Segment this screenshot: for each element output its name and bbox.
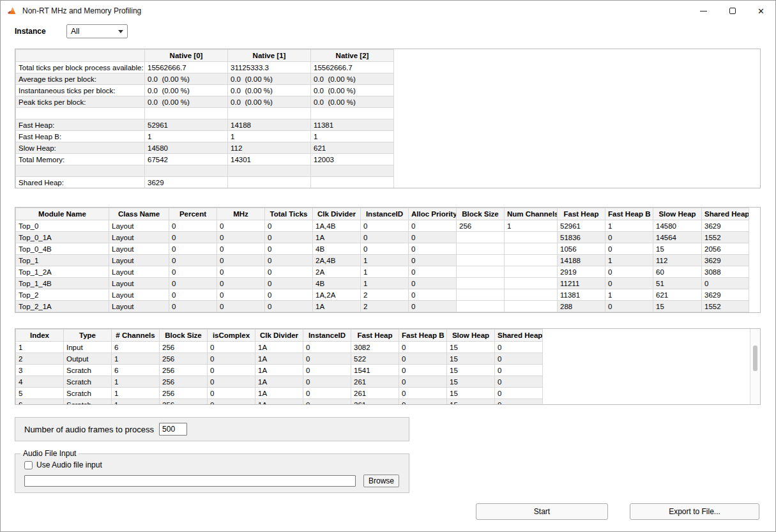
table-row[interactable]: Top_1Layout0002A,4B101418811123629	[16, 255, 749, 266]
table-cell[interactable]: 0.0 (0.00 %)	[145, 96, 228, 108]
table-cell[interactable]: Top_1	[16, 255, 109, 266]
table-row[interactable]: 3Scratch625601A015410150	[16, 365, 543, 376]
table-cell[interactable]: 0	[208, 376, 255, 388]
table-cell[interactable]: Layout	[109, 232, 169, 243]
table-cell[interactable]: 0	[495, 342, 543, 353]
table-cell[interactable]: 3088	[702, 266, 749, 278]
table-cell[interactable]: Top_1_2A	[16, 266, 109, 278]
table-cell[interactable]: Average ticks per block:	[16, 73, 145, 85]
table-cell[interactable]	[505, 278, 558, 289]
table-cell[interactable]	[505, 232, 558, 243]
table-cell[interactable]: Top_0	[16, 220, 109, 232]
table-row[interactable]	[16, 165, 394, 177]
table-cell[interactable]: 256	[160, 388, 208, 399]
table-row[interactable]: Instantaneous ticks per block:0.0 (0.00 …	[16, 85, 394, 96]
table-cell[interactable]: 0	[217, 243, 265, 255]
table-cell[interactable]: 67542	[145, 154, 228, 165]
table-cell[interactable]: 0	[265, 220, 313, 232]
table-cell[interactable]: 15	[653, 243, 702, 255]
export-button[interactable]: Export to File...	[630, 503, 759, 520]
table-cell[interactable]: Top_0_4B	[16, 243, 109, 255]
table-cell[interactable]	[457, 289, 505, 301]
table-cell[interactable]	[228, 165, 311, 177]
table-cell[interactable]: 1A	[255, 365, 303, 376]
table-cell[interactable]: 256	[160, 342, 208, 353]
table-cell[interactable]: 12003	[311, 154, 394, 165]
start-button[interactable]: Start	[476, 503, 608, 520]
table-cell[interactable]: Input	[64, 342, 112, 353]
table-row[interactable]: Top_2Layout0001A,2A201138116213629	[16, 289, 749, 301]
table-cell[interactable]	[16, 165, 145, 177]
table-cell[interactable]: Shared Heap:	[16, 177, 145, 188]
table-cell[interactable]: Top_2	[16, 289, 109, 301]
table-cell[interactable]: 0	[208, 353, 255, 365]
table-cell[interactable]: 0	[361, 220, 409, 232]
table-cell[interactable]: Layout	[109, 220, 169, 232]
table-cell[interactable]: 0	[265, 289, 313, 301]
table-row[interactable]: 4Scratch125601A02610150	[16, 376, 543, 388]
table-cell[interactable]	[505, 255, 558, 266]
table-cell[interactable]: 1A	[255, 342, 303, 353]
table-cell[interactable]: 15	[447, 365, 495, 376]
table-cell[interactable]: 1A	[255, 376, 303, 388]
table-cell[interactable]: 52961	[558, 220, 605, 232]
table-cell[interactable]: 0	[303, 365, 351, 376]
table-cell[interactable]: 14564	[653, 232, 702, 243]
table-cell[interactable]: Layout	[109, 243, 169, 255]
table-cell[interactable]: 0	[409, 289, 457, 301]
table-row[interactable]: Top_2_1ALayout0001A202880151552	[16, 301, 749, 312]
table-cell[interactable]: 2A,4B	[313, 255, 361, 266]
table-cell[interactable]: 0	[217, 266, 265, 278]
table-cell[interactable]: 256	[160, 399, 208, 406]
table-cell[interactable]: 1	[361, 278, 409, 289]
table-cell[interactable]: 14188	[228, 119, 311, 131]
table-cell[interactable]	[145, 108, 228, 119]
table-cell[interactable]: 0	[303, 399, 351, 406]
table-cell[interactable]: Slow Heap:	[16, 142, 145, 154]
table-cell[interactable]: 0	[208, 388, 255, 399]
table-cell[interactable]: 15	[447, 388, 495, 399]
table-cell[interactable]: 0	[605, 243, 653, 255]
instance-dropdown[interactable]: All	[66, 24, 128, 38]
table-cell[interactable]: 0	[169, 255, 217, 266]
table-cell[interactable]: Top_1_4B	[16, 278, 109, 289]
scrollbar-thumb[interactable]	[753, 346, 757, 371]
table-cell[interactable]: Layout	[109, 255, 169, 266]
table-cell[interactable]: 0	[303, 342, 351, 353]
table-row[interactable]: Fast Heap:529611418811381	[16, 119, 394, 131]
table-cell[interactable]: 31125333.3	[228, 62, 311, 73]
table-cell[interactable]: 0	[217, 289, 265, 301]
table-cell[interactable]: 1	[228, 131, 311, 142]
table-row[interactable]: Top_0Layout0001A,4B002561529611145803629	[16, 220, 749, 232]
table-cell[interactable]: 0	[265, 255, 313, 266]
table-cell[interactable]: 52961	[145, 119, 228, 131]
table-cell[interactable]	[505, 243, 558, 255]
table-cell[interactable]: 15562666.7	[311, 62, 394, 73]
table-cell[interactable]: 15	[653, 301, 702, 312]
table-cell[interactable]: 0	[169, 289, 217, 301]
audio-file-path-input[interactable]	[24, 475, 356, 487]
table-cell[interactable]	[457, 278, 505, 289]
table-cell[interactable]: 621	[311, 142, 394, 154]
table-cell[interactable]: 0	[361, 232, 409, 243]
table-cell[interactable]: 1	[311, 131, 394, 142]
table-row[interactable]: Average ticks per block:0.0 (0.00 %)0.0 …	[16, 73, 394, 85]
table-cell[interactable]: 0	[495, 365, 543, 376]
table-cell[interactable]: 3629	[702, 289, 749, 301]
table-cell[interactable]: 0.0 (0.00 %)	[311, 73, 394, 85]
table-cell[interactable]: 256	[160, 365, 208, 376]
table-cell[interactable]: 256	[457, 220, 505, 232]
table-cell[interactable]: 0	[169, 220, 217, 232]
table-cell[interactable]: 3082	[351, 342, 399, 353]
table-cell[interactable]	[457, 243, 505, 255]
table-cell[interactable]: 1A	[255, 388, 303, 399]
table-cell[interactable]	[311, 108, 394, 119]
table-cell[interactable]: 0.0 (0.00 %)	[145, 73, 228, 85]
table-cell[interactable]: 1A	[255, 399, 303, 406]
table-cell[interactable]	[457, 255, 505, 266]
table-cell[interactable]: 6	[16, 399, 64, 406]
table-cell[interactable]: 1	[112, 376, 160, 388]
table-cell[interactable]: 0	[399, 376, 447, 388]
table-row[interactable]: Slow Heap:14580112621	[16, 142, 394, 154]
table-cell[interactable]: 0	[169, 266, 217, 278]
